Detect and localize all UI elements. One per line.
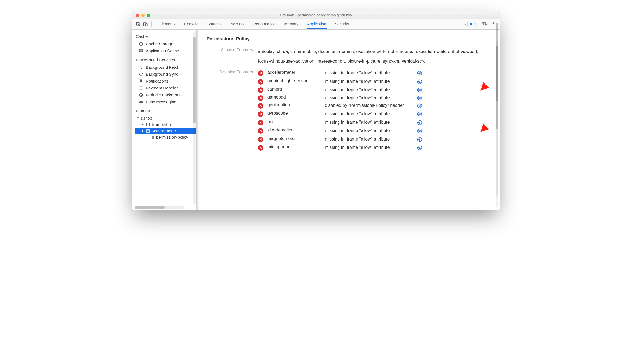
error-icon: ✕ (258, 120, 263, 125)
sidebar-item-notifications[interactable]: Notifications (132, 78, 196, 85)
disabled-feature-row: ✕accelerometermissing in iframe "allow" … (258, 69, 490, 77)
sidebar-item-label: Notifications (146, 79, 168, 83)
sidebar-item-payment-handler[interactable]: Payment Handler (132, 85, 196, 91)
tab-memory[interactable]: Memory (284, 20, 299, 29)
sync-icon (139, 72, 143, 77)
allowed-features-row: Allowed Features autoplay, ch-ua, ch-ua-… (206, 47, 490, 66)
tab-security[interactable]: Security (335, 20, 350, 29)
tab-network[interactable]: Network (230, 20, 245, 29)
feature-reason: missing in iframe "allow" attribute (325, 78, 413, 85)
settings-icon[interactable] (482, 21, 487, 28)
sidebar-section-title: Cache (132, 31, 196, 40)
issues-chip[interactable]: 1 (467, 22, 478, 27)
sidebar-hscrollbar[interactable] (135, 206, 184, 209)
feature-name: camera (267, 87, 323, 92)
reveal-source-icon[interactable] (416, 145, 424, 151)
inspect-icon[interactable] (135, 22, 142, 27)
feature-reason: missing in iframe "allow" attribute (325, 119, 413, 125)
device-toggle-icon[interactable] (142, 22, 149, 27)
sidebar-item-label: Push Messaging (146, 99, 176, 104)
disabled-list: ✕accelerometermissing in iframe "allow" … (258, 69, 490, 152)
disabled-label: Disabled Features (206, 69, 253, 74)
tabs: ElementsConsoleSourcesNetworkPerformance… (159, 20, 464, 29)
svg-point-4 (493, 23, 494, 24)
feature-reason: missing in iframe "allow" attribute (325, 70, 413, 76)
sidebar-item-background-sync[interactable]: Background Sync (132, 71, 196, 78)
iframe-icon (146, 129, 150, 133)
reveal-source-icon[interactable] (416, 87, 424, 93)
disabled-feature-row: ✕geolocationdisabled by "Permissions-Pol… (258, 101, 490, 110)
feature-name: ambient-light-sensor (267, 78, 323, 83)
sidebar-item-label: Background Fetch (146, 65, 179, 70)
iframe-icon (146, 123, 150, 126)
tree-twist-icon[interactable]: ▶ (141, 123, 145, 126)
feature-reason: missing in iframe "allow" attribute (325, 128, 413, 134)
sidebar-section-title: Frames (132, 105, 196, 115)
feature-name: gyroscope (267, 111, 323, 116)
tab-sources[interactable]: Sources (207, 20, 222, 29)
doc-icon (151, 135, 155, 139)
frame-icon (141, 116, 145, 120)
feature-name: magnetometer (267, 136, 323, 141)
feature-reason: disabled by "Permissions-Policy" header (325, 102, 413, 109)
more-icon[interactable] (491, 21, 496, 28)
frame-tree-item[interactable]: ▶SecureImage (135, 128, 196, 134)
svg-point-3 (493, 22, 494, 23)
reveal-source-icon[interactable] (416, 137, 424, 142)
sidebar-item-background-fetch[interactable]: Background Fetch (132, 64, 196, 71)
disabled-features-row: Disabled Features ✕accelerometermissing … (206, 69, 490, 152)
network-link-icon[interactable] (416, 103, 424, 109)
sidebar-item-cache-storage[interactable]: Cache Storage (132, 40, 196, 47)
sidebar-vscrollbar[interactable] (193, 31, 196, 205)
sidebar-item-application-cache[interactable]: Application Cache (132, 47, 196, 54)
feature-name: gamepad (267, 95, 323, 100)
reveal-source-icon[interactable] (416, 70, 424, 76)
tab-performance[interactable]: Performance (253, 20, 276, 29)
feature-reason: missing in iframe "allow" attribute (325, 95, 413, 101)
disabled-feature-row: ✕idle-detectionmissing in iframe "allow"… (258, 126, 490, 135)
clock-icon (139, 93, 143, 97)
sidebar-item-periodic-backgroun[interactable]: Periodic Backgroun (132, 91, 196, 98)
feature-reason: missing in iframe "allow" attribute (325, 111, 413, 117)
error-icon: ✕ (258, 111, 263, 117)
bell-icon (139, 79, 143, 83)
svg-rect-13 (142, 117, 145, 120)
devtools-window: DevTools - permission-policy-demo.glitch… (132, 11, 500, 210)
shadow (197, 30, 199, 210)
disabled-feature-row: ✕cameramissing in iframe "allow" attribu… (258, 86, 490, 94)
error-icon: ✕ (258, 87, 263, 93)
tab-elements[interactable]: Elements (159, 20, 176, 29)
allowed-label: Allowed Features (206, 47, 253, 52)
window-vscrollbar[interactable] (496, 23, 498, 196)
main-panel: Permissions Policy Allowed Features auto… (197, 30, 500, 210)
sidebar-item-label: Application Cache (146, 48, 179, 53)
tabs-overflow[interactable]: » (464, 20, 467, 29)
reveal-source-icon[interactable] (416, 128, 424, 134)
tree-twist-icon[interactable]: ▼ (136, 117, 140, 120)
frame-tree-item[interactable]: ▼top (135, 115, 196, 121)
titlebar: DevTools - permission-policy-demo.glitch… (132, 11, 500, 19)
feature-reason: missing in iframe "allow" attribute (325, 144, 413, 151)
tree-twist-icon[interactable]: ▶ (141, 129, 145, 132)
disabled-feature-row: ✕gyroscopemissing in iframe "allow" attr… (258, 110, 490, 118)
updown-icon (139, 65, 143, 70)
svg-rect-7 (139, 49, 141, 51)
svg-rect-9 (139, 51, 141, 52)
tree-label: top (146, 116, 152, 120)
grid-icon (139, 49, 143, 53)
disabled-feature-row: ✕ambient-light-sensormissing in iframe "… (258, 77, 490, 86)
reveal-source-icon[interactable] (416, 111, 424, 117)
frame-tree-item[interactable]: permission-policy (135, 134, 196, 140)
frame-tree-item[interactable]: ▶iframe.html (135, 121, 196, 128)
disabled-feature-row: ✕microphonemissing in iframe "allow" att… (258, 143, 490, 152)
reveal-source-icon[interactable] (416, 79, 424, 85)
tab-application[interactable]: Application (307, 20, 327, 29)
reveal-source-icon[interactable] (416, 120, 424, 125)
tab-console[interactable]: Console (184, 20, 199, 29)
sidebar-item-push-messaging[interactable]: Push Messaging (132, 98, 196, 105)
sidebar: CacheCache StorageApplication CacheBackg… (132, 30, 197, 210)
error-icon: ✕ (258, 145, 263, 151)
reveal-source-icon[interactable] (416, 95, 424, 101)
svg-rect-8 (141, 49, 143, 51)
divider (151, 21, 152, 27)
